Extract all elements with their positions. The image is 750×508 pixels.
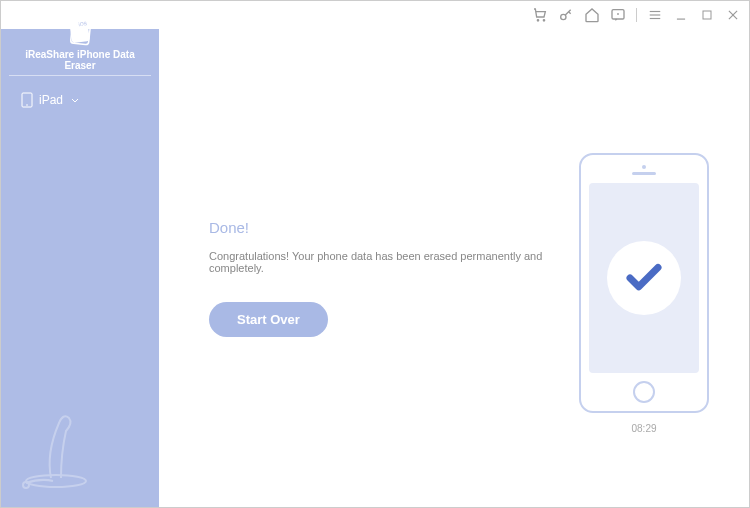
tablet-icon xyxy=(21,92,33,108)
svg-point-15 xyxy=(26,104,28,106)
phone-home-button xyxy=(633,381,655,403)
app-logo-icon: iOS xyxy=(65,9,95,47)
menu-icon[interactable] xyxy=(647,7,663,23)
done-message: Congratulations! Your phone data has bee… xyxy=(209,250,559,274)
decoration-icon xyxy=(11,403,111,497)
device-selector[interactable]: iPad xyxy=(1,82,159,118)
phone-camera-dot xyxy=(642,165,646,169)
logo-area: iOS iReaShare iPhone Data Eraser xyxy=(1,9,159,82)
phone-speaker xyxy=(632,172,656,175)
main-content: Done! Congratulations! Your phone data h… xyxy=(159,29,749,507)
phone-time: 08:29 xyxy=(631,423,656,434)
svg-point-2 xyxy=(561,14,566,19)
divider xyxy=(636,8,637,22)
sidebar: iOS iReaShare iPhone Data Eraser iPad xyxy=(1,29,159,507)
checkmark-icon xyxy=(623,257,665,299)
phone-top xyxy=(632,165,656,175)
done-title: Done! xyxy=(209,219,559,236)
result-text-area: Done! Congratulations! Your phone data h… xyxy=(179,49,559,487)
start-over-button[interactable]: Start Over xyxy=(209,302,328,337)
svg-point-1 xyxy=(543,20,544,21)
app-name: iReaShare iPhone Data Eraser xyxy=(9,49,151,76)
svg-point-17 xyxy=(23,482,29,488)
maximize-icon[interactable] xyxy=(699,7,715,23)
feedback-icon[interactable] xyxy=(610,7,626,23)
close-icon[interactable] xyxy=(725,7,741,23)
cart-icon[interactable] xyxy=(532,7,548,23)
chevron-down-icon xyxy=(71,93,79,107)
svg-point-0 xyxy=(537,20,538,21)
svg-text:iOS: iOS xyxy=(78,20,88,27)
phone-screen xyxy=(589,183,699,373)
phone-illustration xyxy=(579,153,709,413)
minimize-icon[interactable] xyxy=(673,7,689,23)
svg-rect-8 xyxy=(703,11,711,19)
container: iOS iReaShare iPhone Data Eraser iPad xyxy=(1,29,749,507)
home-icon[interactable] xyxy=(584,7,600,23)
key-icon[interactable] xyxy=(558,7,574,23)
phone-illustration-area: 08:29 xyxy=(559,49,729,487)
device-label: iPad xyxy=(39,93,63,107)
success-check-circle xyxy=(607,241,681,315)
